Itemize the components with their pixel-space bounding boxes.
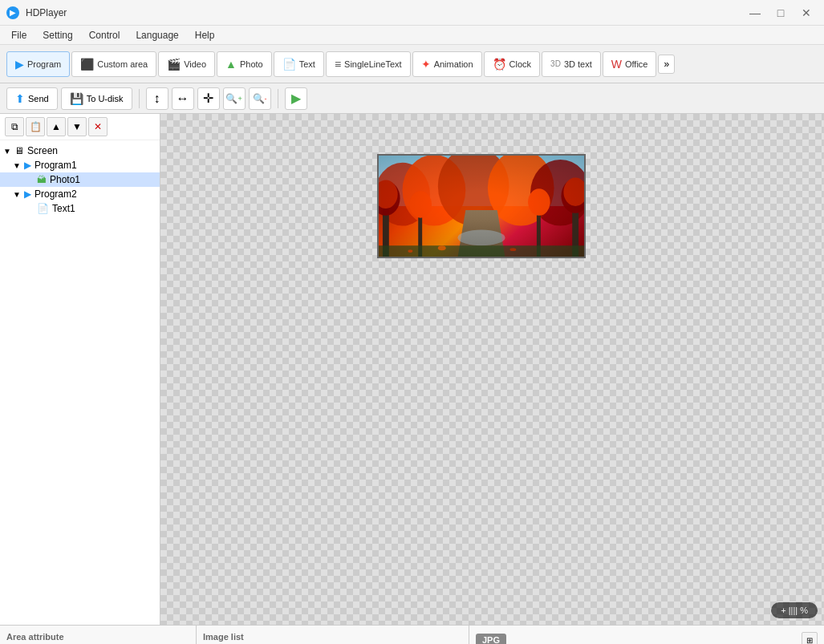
text-icon: 📄: [282, 58, 296, 71]
tab-photo[interactable]: ▲ Photo: [217, 51, 272, 77]
copy-button[interactable]: ⧉: [5, 117, 24, 136]
sidebar: ⧉ 📋 ▲ ▼ ✕ ▼ 🖥 Screen ▼ ▶ Program1 ▶ 🏔: [0, 114, 160, 625]
canvas-checkerboard: + |||| %: [160, 114, 824, 625]
move-up-button[interactable]: ↕: [146, 87, 168, 110]
separator2: [278, 89, 278, 108]
jpg-properties-panel: JPG ⊞ ⊘ Display Immediate Show ⇄ Clear: [469, 626, 824, 644]
udisk-icon: 💾: [70, 92, 83, 105]
move-button[interactable]: ✛: [197, 87, 220, 110]
tree-item-screen[interactable]: ▼ 🖥 Screen: [0, 144, 160, 158]
program1-icon: ▶: [24, 160, 31, 171]
tab-singlelinetext[interactable]: ≡ SingleLineText: [326, 51, 411, 77]
area-attr-title: Area attribute: [6, 632, 189, 642]
tree-item-text1[interactable]: ▶ 📄 Text1: [0, 201, 160, 216]
move-down-tree-button[interactable]: ▼: [67, 117, 87, 136]
text1-icon: 📄: [37, 203, 49, 214]
toolbar: ▶ Program ⬛ Custom area 🎬 Video ▲ Photo …: [0, 45, 824, 83]
minimize-button[interactable]: —: [744, 5, 766, 21]
photo1-label: Photo1: [50, 174, 80, 185]
canvas-controls: + |||| %: [771, 602, 818, 618]
tab-program[interactable]: ▶ Program: [6, 51, 70, 77]
close-button[interactable]: ✕: [795, 5, 818, 21]
delete-tree-button[interactable]: ✕: [88, 117, 108, 136]
tab-video[interactable]: 🎬 Video: [158, 51, 215, 77]
send-button[interactable]: ⬆ Send: [6, 87, 58, 110]
canvas-image: [379, 156, 584, 257]
menu-setting[interactable]: Setting: [35, 28, 80, 43]
menu-help[interactable]: Help: [187, 28, 223, 43]
paste-button[interactable]: 📋: [26, 117, 45, 136]
zoom-in-button[interactable]: 🔍+: [223, 87, 246, 110]
move-horizontal-button[interactable]: ↔: [172, 87, 194, 110]
canvas-area: + |||| %: [160, 114, 824, 625]
tree-view: ▼ 🖥 Screen ▼ ▶ Program1 ▶ 🏔 Photo1 ▼ ▶ P…: [0, 140, 160, 625]
tab-animation[interactable]: ✦ Animation: [412, 51, 482, 77]
screen-label: Screen: [27, 145, 58, 156]
move-up-tree-button[interactable]: ▲: [47, 117, 66, 136]
photo-icon: ▲: [225, 58, 237, 71]
app-title: HDPlayer: [26, 7, 744, 18]
image-overlay: [379, 156, 584, 257]
zoom-out-button[interactable]: 🔍-: [249, 87, 271, 110]
tab-clock[interactable]: ⏰ Clock: [484, 51, 541, 77]
action-toolbar: ⬆ Send 💾 To U-disk ↕ ↔ ✛ 🔍+ 🔍- ▶: [0, 83, 824, 114]
tree-item-program2[interactable]: ▼ ▶ Program2: [0, 187, 160, 201]
screen-icon: 🖥: [14, 145, 24, 156]
photo1-icon: 🏔: [37, 174, 47, 185]
bottom-area: Area attribute layout ⊹ □ 🔒 Frame — — — …: [0, 625, 824, 644]
custom-area-icon: ⬛: [80, 58, 94, 71]
animation-icon: ✦: [421, 58, 431, 71]
program1-label: Program1: [35, 160, 77, 171]
singlelinetext-icon: ≡: [335, 58, 341, 71]
tab-custom-area[interactable]: ⬛ Custom area: [71, 51, 156, 77]
sidebar-toolbar: ⧉ 📋 ▲ ▼ ✕: [0, 114, 160, 140]
tree-expand-program2[interactable]: ▼: [13, 190, 24, 199]
text1-label: Text1: [52, 203, 75, 214]
menu-language[interactable]: Language: [128, 28, 186, 43]
menu-file[interactable]: File: [3, 28, 35, 43]
tab-3dtext[interactable]: 3D 3D text: [542, 51, 601, 77]
3dtext-icon: 3D: [550, 59, 561, 68]
jpg-panel-header: JPG ⊞: [476, 632, 818, 644]
more-tabs-button[interactable]: »: [658, 55, 675, 74]
window-controls: — □ ✕: [744, 5, 818, 21]
to-udisk-button[interactable]: 💾 To U-disk: [61, 87, 132, 110]
clock-icon: ⏰: [493, 58, 506, 71]
program-icon: ▶: [15, 58, 24, 71]
jpg-panel-title: JPG: [476, 634, 506, 644]
send-icon: ⬆: [15, 92, 25, 105]
office-icon: W: [611, 58, 622, 71]
tree-expand-program1[interactable]: ▼: [13, 161, 24, 170]
image-list-panel: Image list + − ▼ ▲: [197, 626, 469, 644]
menu-control[interactable]: Control: [81, 28, 128, 43]
tab-office[interactable]: W Office: [603, 51, 657, 77]
program2-label: Program2: [35, 188, 77, 200]
main-area: ⧉ 📋 ▲ ▼ ✕ ▼ 🖥 Screen ▼ ▶ Program1 ▶ 🏔: [0, 114, 824, 625]
tree-item-photo1[interactable]: ▶ 🏔 Photo1: [0, 172, 160, 187]
tab-text[interactable]: 📄 Text: [274, 51, 324, 77]
tree-expand-screen[interactable]: ▼: [3, 147, 14, 156]
image-list-title: Image list: [203, 632, 462, 642]
zoom-indicator[interactable]: + |||| %: [771, 602, 818, 618]
maximize-button[interactable]: □: [769, 5, 792, 21]
titlebar: ▶ HDPlayer — □ ✕: [0, 0, 824, 26]
menubar: File Setting Control Language Help: [0, 26, 824, 45]
separator: [139, 89, 140, 108]
play-button[interactable]: ▶: [285, 87, 307, 110]
tree-item-program1[interactable]: ▼ ▶ Program1: [0, 158, 160, 172]
app-icon: ▶: [6, 6, 19, 19]
area-attribute-panel: Area attribute layout ⊹ □ 🔒 Frame — — — …: [0, 626, 197, 644]
canvas-preview[interactable]: [377, 154, 586, 258]
expand-panel-button[interactable]: ⊞: [802, 632, 818, 644]
video-icon: 🎬: [167, 58, 181, 71]
program2-icon: ▶: [24, 188, 31, 200]
